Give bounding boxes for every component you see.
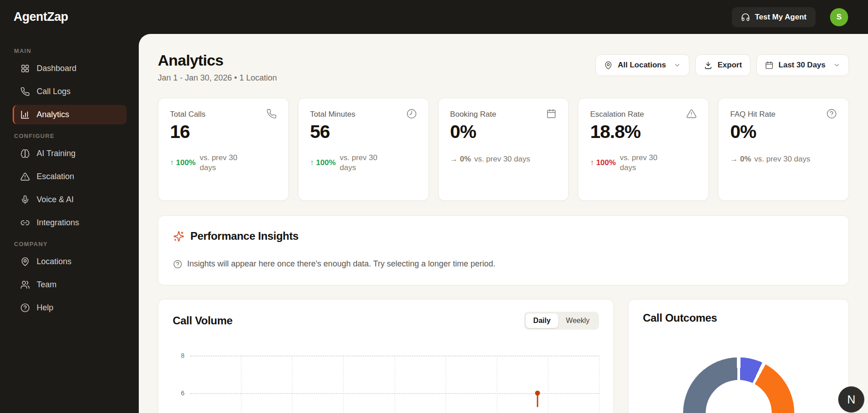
gridline-v [395, 356, 395, 413]
page-header-left: Analytics Jan 1 - Jan 30, 2026 • 1 Locat… [158, 52, 277, 83]
avatar[interactable]: S [830, 8, 848, 26]
toggle-weekly[interactable]: Weekly [558, 313, 597, 328]
sidebar-item-locations[interactable]: Locations [13, 252, 127, 271]
stat-card-total-minutes: Total Minutes 56 ↑ 100% vs. prev 30 days [298, 98, 429, 201]
toggle-daily[interactable]: Daily [526, 313, 558, 328]
call-volume-chart: 8 6 [173, 356, 599, 413]
stat-card-faq-hit-rate: FAQ Hit Rate 0% → 0% vs. prev 30 days [718, 98, 849, 201]
sidebar-item-label: Escalation [37, 172, 74, 181]
stats-row: Total Calls 16 ↑ 100% vs. prev 30 days T… [158, 98, 849, 201]
chevron-down-icon [674, 62, 681, 69]
test-my-agent-button[interactable]: Test My Agent [732, 7, 816, 27]
topbar-right: Test My Agent S [732, 7, 848, 27]
sidebar-section-main: MAIN [14, 47, 139, 54]
gridline-v [241, 356, 241, 413]
map-pin-icon [604, 61, 613, 70]
sidebar-item-ai-training[interactable]: AI Training [13, 144, 127, 163]
gridline-v [599, 356, 599, 413]
sidebar-item-label: Locations [37, 257, 71, 266]
call-outcomes-card: Call Outcomes [628, 299, 849, 413]
y-tick: 6 [181, 389, 184, 397]
link-icon [20, 218, 30, 228]
insights-message: Insights will appear here once there's e… [187, 259, 495, 269]
calendar-icon [765, 61, 774, 70]
sparkles-icon [173, 231, 184, 242]
sidebar: MAIN Dashboard Call Logs Analytics CONFI… [0, 34, 139, 413]
sidebar-item-team[interactable]: Team [13, 275, 127, 294]
nextjs-dev-tools-button[interactable]: N [838, 386, 864, 413]
brain-icon [20, 149, 30, 158]
sidebar-item-help[interactable]: Help [13, 298, 127, 318]
stat-value: 16 [170, 121, 277, 142]
plot-area [190, 356, 599, 413]
map-pin-icon [20, 257, 30, 266]
export-label: Export [717, 61, 742, 70]
stat-value: 0% [730, 121, 837, 142]
help-circle-icon [20, 303, 30, 313]
sidebar-item-call-logs[interactable]: Call Logs [13, 82, 127, 101]
data-point[interactable] [535, 391, 540, 396]
stat-value: 18.8% [590, 121, 697, 142]
call-volume-toggle: Daily Weekly [524, 312, 599, 330]
performance-insights-card: Performance Insights Insights will appea… [158, 215, 849, 285]
y-tick: 8 [181, 352, 184, 359]
main-content: Analytics Jan 1 - Jan 30, 2026 • 1 Locat… [139, 34, 868, 413]
gridline-v [343, 356, 344, 413]
sidebar-item-dashboard[interactable]: Dashboard [13, 59, 127, 78]
charts-row: Call Volume Daily Weekly 8 6 [158, 299, 849, 413]
page-subtitle: Jan 1 - Jan 30, 2026 • 1 Location [158, 73, 277, 83]
topbar: AgentZap Test My Agent S [0, 0, 868, 34]
stat-trend: ↑ 100% [590, 158, 616, 167]
insights-title: Performance Insights [190, 230, 298, 242]
gridline-v [497, 356, 497, 413]
app-logo: AgentZap [14, 10, 68, 24]
sidebar-item-integrations[interactable]: Integrations [13, 213, 127, 233]
test-my-agent-label: Test My Agent [755, 13, 807, 22]
sidebar-item-voice-ai[interactable]: Voice & AI [13, 190, 127, 209]
location-filter-dropdown[interactable]: All Locations [595, 54, 689, 76]
date-range-value: Last 30 Days [778, 61, 826, 70]
stat-card-total-calls: Total Calls 16 ↑ 100% vs. prev 30 days [158, 98, 289, 201]
sidebar-section-company: COMPANY [14, 241, 139, 247]
sidebar-section-configure: CONFIGURE [14, 133, 139, 139]
call-volume-title: Call Volume [173, 314, 232, 327]
page-header: Analytics Jan 1 - Jan 30, 2026 • 1 Locat… [158, 34, 849, 83]
stat-card-booking-rate: Booking Rate 0% → 0% vs. prev 30 days [438, 98, 569, 201]
calendar-icon [546, 109, 557, 119]
help-circle-icon [826, 109, 837, 119]
sidebar-item-label: Team [37, 280, 57, 290]
download-icon [704, 61, 712, 70]
phone-icon [266, 109, 277, 119]
data-line-segment [537, 394, 538, 407]
stat-label: FAQ Hit Rate [730, 109, 775, 119]
date-range-dropdown[interactable]: Last 30 Days [756, 54, 849, 76]
sidebar-item-label: Call Logs [37, 87, 71, 96]
export-button[interactable]: Export [695, 54, 750, 76]
sidebar-item-label: Analytics [37, 110, 69, 119]
stat-label: Booking Rate [450, 109, 496, 119]
chevron-down-icon [833, 62, 840, 69]
stat-trend: ↑ 100% [170, 158, 196, 167]
sidebar-item-escalation[interactable]: Escalation [13, 167, 127, 186]
location-filter-value: All Locations [618, 61, 666, 70]
alert-triangle-icon [20, 172, 30, 181]
call-outcomes-title: Call Outcomes [643, 312, 717, 324]
stat-label: Total Minutes [310, 109, 355, 119]
sidebar-item-analytics[interactable]: Analytics [13, 105, 127, 124]
stat-label: Total Calls [170, 109, 205, 119]
stat-caption: vs. prev 30 days [340, 153, 386, 173]
gridline-v [446, 356, 446, 413]
stat-caption: vs. prev 30 days [755, 154, 811, 164]
dashboard-icon [20, 64, 30, 73]
call-volume-card: Call Volume Daily Weekly 8 6 [158, 299, 614, 413]
page-title: Analytics [158, 52, 277, 69]
sidebar-item-label: AI Training [37, 149, 75, 158]
mic-icon [20, 195, 30, 204]
filters: All Locations Export Last 30 Days [595, 54, 849, 76]
call-outcomes-donut-chart[interactable] [683, 357, 794, 413]
alert-triangle-icon [686, 109, 697, 119]
stat-trend: → 0% [450, 155, 471, 164]
stat-caption: vs. prev 30 days [620, 153, 666, 173]
users-icon [20, 280, 30, 290]
sidebar-item-label: Integrations [37, 218, 79, 228]
